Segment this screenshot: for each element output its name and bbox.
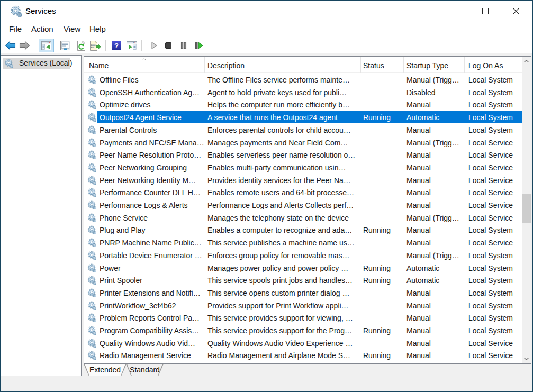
service-rows: Offline Files The Offline Files service … [84,73,522,363]
cell-startup-type: Manual [406,289,463,297]
service-gear-icon [87,75,96,84]
service-gear-icon [87,313,96,322]
column-header-log-on-as[interactable]: Log On As [468,61,503,70]
pause-service-icon [179,41,188,50]
export-list-icon [89,41,101,51]
service-row[interactable]: Program Compatibility Assis… This servic… [84,324,522,337]
help-icon: ? [112,41,121,50]
scrollbar-thumb[interactable] [522,194,531,223]
cell-log-on-as: Local Service [468,151,521,159]
column-divider[interactable] [403,57,404,73]
service-row[interactable]: Payments and NFC/SE Mana… Manages paymen… [84,136,522,149]
service-gear-icon [87,225,96,234]
menu-file[interactable]: File [9,24,22,33]
cell-status: Running [363,226,405,234]
cell-startup-type: Automatic [406,276,463,285]
start-service-button[interactable] [148,39,160,52]
sort-ascending-icon [141,58,146,60]
column-divider[interactable] [464,57,465,73]
show-action-pane-button[interactable] [125,39,138,52]
vertical-scrollbar[interactable] [522,57,531,363]
back-icon [5,41,16,50]
cell-description: Agent to hold private keys used for publ… [207,88,360,97]
stop-service-button[interactable] [162,39,175,52]
column-divider[interactable] [360,57,361,73]
service-row[interactable]: Phone Service Manages the telephony stat… [84,212,522,224]
maximize-button[interactable] [473,1,498,21]
show-console-tree-icon [41,41,51,50]
cell-description: Provides support for Print Workflow appl… [207,302,360,310]
service-row[interactable]: Print Spooler This service spools print … [84,274,522,287]
tree-item-services-local[interactable]: Services (Local) [3,58,70,69]
cell-log-on-as: Local System [468,289,521,297]
service-row[interactable]: Offline Files The Offline Files service … [84,74,522,86]
column-header-description[interactable]: Description [207,61,245,70]
cell-description: This service opens custom printer dialog… [207,289,360,297]
menu-view[interactable]: View [64,24,80,33]
menu-action[interactable]: Action [31,24,53,33]
service-row[interactable]: PrintWorkflow_3ef4b62 Provides support f… [84,299,522,312]
minimize-icon [451,11,457,11]
help-button[interactable]: ? [110,39,123,52]
cell-startup-type: Manual [406,188,463,197]
service-row-partial[interactable] [84,362,522,363]
window-title: Services [25,6,56,15]
service-gear-icon [87,113,96,122]
service-row[interactable]: Plug and Play Enables a computer to reco… [84,224,522,236]
cell-log-on-as: Local Service [468,201,521,209]
export-list-button[interactable] [89,39,102,52]
pause-service-button[interactable] [177,39,190,52]
tab-extended[interactable]: Extended [84,364,127,376]
service-row[interactable]: Radio Management Service Radio Managemen… [84,349,522,362]
cell-name: Printer Extensions and Notifi… [100,289,204,297]
services-list: Name Description Status Startup Type Log… [84,56,531,364]
service-row[interactable]: PNRP Machine Name Public… This service p… [84,236,522,249]
service-row[interactable]: OpenSSH Authentication Ag… Agent to hold… [84,86,522,99]
cell-name: Performance Counter DLL H… [100,188,204,197]
service-gear-icon [87,301,96,310]
service-row[interactable]: Outpost24 Agent Service A service that r… [84,111,522,124]
scroll-up-button[interactable] [522,57,531,66]
refresh-button[interactable] [75,39,87,52]
column-divider[interactable] [204,57,205,73]
cell-name: Phone Service [100,214,204,222]
column-header-name[interactable]: Name [89,61,109,70]
restart-service-button[interactable] [193,39,205,52]
stop-service-icon [164,41,173,50]
service-row[interactable]: Parental Controls Enforces parental cont… [84,124,522,136]
cell-name: Optimize drives [100,101,204,109]
service-row[interactable]: Performance Counter DLL H… Enables remot… [84,186,522,199]
close-button[interactable] [504,1,528,21]
menu-help[interactable]: Help [89,24,106,33]
forward-button[interactable] [18,39,31,52]
show-console-tree-button[interactable] [39,39,54,52]
service-row[interactable]: Peer Name Resolution Proto… Enables serv… [84,149,522,161]
minimize-button[interactable] [442,1,466,21]
cell-startup-type: Manual (Trigg… [406,76,463,84]
cell-startup-type: Automatic [406,113,463,122]
column-header-startup-type[interactable]: Startup Type [406,61,448,70]
back-button[interactable] [4,39,16,52]
tab-standard[interactable]: Standard [126,364,164,376]
service-gear-icon [87,276,96,285]
service-row[interactable]: Peer Networking Identity M… Provides ide… [84,174,522,187]
service-row[interactable]: Power Manages power policy and power pol… [84,262,522,275]
service-row[interactable]: Optimize drives Helps the computer run m… [84,98,522,111]
cell-name: Payments and NFC/SE Mana… [100,139,204,147]
service-row[interactable]: Problem Reports Control Pa… This service… [84,312,522,324]
cell-name: Parental Controls [100,126,204,134]
service-row[interactable]: Performance Logs & Alerts Performance Lo… [84,199,522,212]
toolbar-separator [105,40,106,51]
service-row[interactable]: Quality Windows Audio Vid… Quality Windo… [84,337,522,350]
column-header-status[interactable]: Status [363,61,384,70]
service-row[interactable]: Printer Extensions and Notifi… This serv… [84,287,522,299]
properties-button[interactable] [59,39,71,52]
cell-name: PrintWorkflow_3ef4b62 [100,302,204,310]
service-row[interactable]: Peer Networking Grouping Enables multi-p… [84,161,522,174]
cell-log-on-as: Local System [468,226,521,234]
service-gear-icon [87,288,96,297]
cell-startup-type: Manual [406,176,463,185]
scroll-down-button[interactable] [522,354,531,363]
cell-startup-type: Manual [406,163,463,172]
service-row[interactable]: Portable Device Enumerator … Enforces gr… [84,249,522,262]
